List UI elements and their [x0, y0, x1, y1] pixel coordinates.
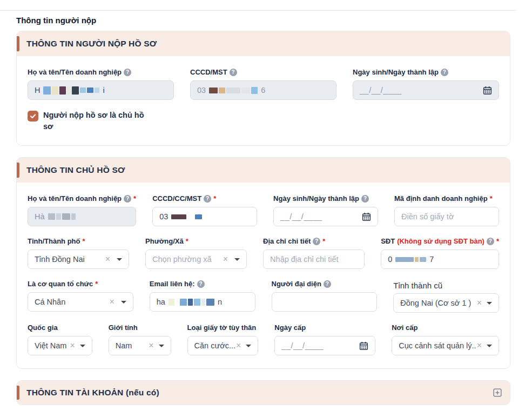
ngay-cap-input[interactable]: __/__/____ [274, 336, 375, 355]
help-icon[interactable]: ? [441, 69, 448, 76]
clear-icon[interactable]: × [236, 341, 241, 350]
help-icon[interactable]: ? [487, 238, 494, 245]
check-icon [30, 113, 36, 119]
field-label: Họ và tên/Tên doanh nghiệp [28, 68, 122, 76]
quoc-gia-select[interactable]: Việt Nam × [28, 336, 92, 355]
clear-icon[interactable]: × [70, 341, 75, 350]
field-ho-ten-chu: Họ và tên/Tên doanh nghiệp ? * Hà [28, 194, 136, 226]
help-icon[interactable]: ? [204, 195, 211, 203]
calendar-icon[interactable] [483, 86, 492, 95]
co-quan-to-chuc-select[interactable]: Cá Nhân × [28, 292, 133, 312]
field-co-quan-to-chuc: Là cơ quan tổ chức * Cá Nhân × [28, 280, 133, 313]
cccd-nguoi-nop-input[interactable]: 03 6 [190, 80, 336, 100]
field-ngay-sinh-nguoi-nop: Ngày sinh/Ngày thành lập ? __/__/____ [353, 68, 499, 100]
field-label: Tỉnh thành cũ [393, 281, 442, 290]
cccd-chu-input[interactable]: 03 [152, 207, 257, 226]
help-icon[interactable]: ? [124, 195, 131, 203]
ho-ten-chu-input[interactable]: Hà [28, 207, 136, 226]
field-label: SĐT [381, 237, 395, 245]
help-icon[interactable]: ? [313, 238, 320, 245]
redacted-text [209, 87, 258, 94]
required-mark: * [213, 194, 216, 203]
form-container: Thông tin người nộp THÔNG TIN NGƯỜI NỘP … [16, 0, 510, 405]
field-cccd-chu: CCCD/CC/MST ? * 03 [152, 194, 257, 226]
required-mark: * [322, 237, 325, 245]
chevron-down-icon [117, 258, 122, 261]
field-label: Ngày sinh/Ngày thành lập [353, 68, 439, 76]
calendar-icon[interactable] [362, 212, 371, 221]
redacted-text [169, 299, 214, 306]
field-email: Email liên hệ: ? ha n [150, 280, 255, 313]
field-label: Email liên hệ: [150, 280, 195, 288]
clear-icon[interactable]: × [109, 298, 114, 306]
field-ho-ten-nguoi-nop: Họ và tên/Tên doanh nghiệp ? H i [28, 68, 174, 100]
section-tai-khoan-header[interactable]: THÔNG TIN TÀI KHOẢN (nếu có) [17, 381, 510, 405]
chevron-down-icon [487, 345, 492, 347]
help-icon[interactable]: ? [230, 69, 237, 76]
field-label: Người đại diện [272, 280, 321, 288]
phuong-xa-select[interactable]: Chọn phường xã × [145, 250, 247, 269]
field-loai-giay-to: Loại giấy tờ tùy thân Căn cước... × [187, 324, 259, 355]
section-nguoi-nop-panel: THÔNG TIN NGƯỜI NỘP HỒ SƠ Họ và tên/Tên … [16, 31, 510, 146]
section-chu-ho-so-panel: THÔNG TIN CHỦ HỒ SƠ Họ và tên/Tên doanh … [16, 157, 510, 369]
field-label: Nơi cấp [392, 324, 417, 332]
clear-icon[interactable]: × [105, 255, 110, 264]
required-mark: * [490, 194, 493, 203]
clear-icon[interactable]: × [223, 255, 228, 264]
redacted-text [395, 257, 426, 262]
accent-bar [17, 163, 19, 178]
required-mark: * [133, 194, 136, 203]
required-mark: * [95, 280, 98, 288]
ma-dinh-danh-input[interactable]: Điền số giấy tờ [394, 207, 499, 226]
page-title: Thông tin người nộp [16, 16, 510, 25]
ngay-sinh-chu-input[interactable]: __/__/____ [273, 207, 378, 226]
clear-icon[interactable]: × [477, 341, 482, 350]
field-gioi-tinh: Giới tính Nam × [109, 324, 171, 355]
help-icon[interactable]: ? [124, 69, 131, 76]
field-label: Họ và tên/Tên doanh nghiệp [28, 194, 122, 203]
field-ngay-sinh-chu: Ngày sinh/Ngày thành lập ? __/__/____ [273, 194, 378, 226]
field-quoc-gia: Quốc gia Việt Nam × [28, 324, 92, 355]
dia-chi-input[interactable]: Nhập địa chỉ chi tiết [263, 250, 365, 269]
redacted-text [43, 86, 99, 95]
chevron-down-icon [80, 345, 85, 347]
nguoi-dai-dien-input[interactable] [272, 292, 378, 312]
loai-giay-to-select[interactable]: Căn cước... × [187, 336, 259, 355]
field-sdt: SĐT (Không sử dụng SĐT bàn) ? * 0 7 [381, 237, 499, 269]
gioi-tinh-select[interactable]: Nam × [109, 336, 171, 355]
tinh-thanh-cu-select[interactable]: Đồng Nai (Cơ sở 1 ) × [393, 293, 499, 313]
chevron-down-icon [234, 258, 240, 261]
help-icon[interactable]: ? [361, 195, 369, 203]
top-divider [0, 10, 516, 11]
noi-cap-select[interactable]: Cục cảnh sát quản lý.. × [392, 336, 499, 355]
nguoi-nop-la-chu-checkbox[interactable] [28, 111, 38, 122]
email-input[interactable]: ha n [150, 292, 255, 312]
sdt-input[interactable]: 0 7 [381, 250, 499, 269]
expand-plus-icon[interactable] [493, 388, 502, 397]
accent-bar [17, 386, 19, 400]
clear-icon[interactable]: × [477, 299, 482, 307]
field-label: Phường/Xã [145, 237, 184, 245]
field-noi-cap: Nơi cấp Cục cảnh sát quản lý.. × [392, 324, 499, 355]
ho-ten-nguoi-nop-input[interactable]: H i [28, 80, 174, 100]
section-title: THÔNG TIN CHỦ HỒ SƠ [26, 165, 125, 175]
field-label: Địa chỉ chi tiết [263, 237, 311, 245]
field-label: Loại giấy tờ tùy thân [187, 324, 257, 332]
field-tinh-thanh-pho: Tỉnh/Thành phố * Tỉnh Đồng Nai × [28, 237, 129, 269]
accent-bar [17, 36, 19, 51]
field-label: Ngày cấp [274, 324, 306, 332]
required-mark: * [82, 237, 85, 245]
help-icon[interactable]: ? [197, 280, 205, 288]
tinh-thanh-pho-select[interactable]: Tỉnh Đồng Nai × [28, 250, 129, 269]
field-label: Là cơ quan tổ chức [28, 280, 93, 288]
field-ma-dinh-danh: Mã định danh doanh nghiệp * Điền số giấy… [394, 194, 499, 226]
help-icon[interactable]: ? [324, 280, 331, 288]
redacted-text [48, 213, 76, 220]
ngay-sinh-nguoi-nop-input[interactable]: __/__/____ [353, 80, 499, 100]
clear-icon[interactable]: × [149, 341, 153, 350]
checkbox-label: Người nộp hồ sơ là chủ hồ sơ [43, 110, 149, 132]
field-label: CCCD/MST [190, 68, 227, 76]
field-label: CCCD/CC/MST [152, 194, 201, 203]
field-phuong-xa: Phường/Xã * Chọn phường xã × [145, 237, 247, 269]
calendar-icon[interactable] [359, 341, 368, 351]
